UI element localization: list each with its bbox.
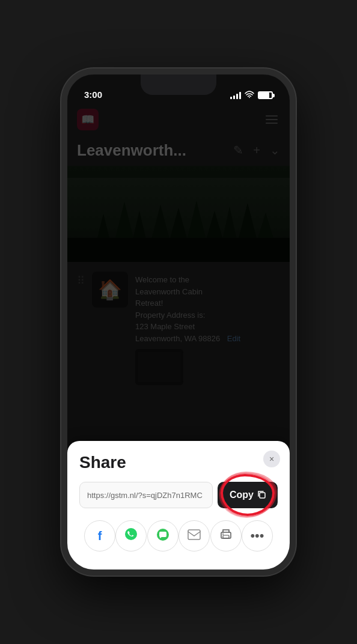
battery-icon: [258, 91, 273, 99]
close-button[interactable]: ×: [263, 451, 280, 467]
svg-point-22: [249, 97, 250, 99]
svg-point-16: [125, 528, 137, 540]
share-modal: × Share https://gstm.nl/?s=qjDZh7n1RMC C…: [67, 441, 290, 570]
status-time: 3:00: [84, 90, 102, 100]
url-copy-row: https://gstm.nl/?s=qjDZh7n1RMC Copy: [79, 482, 278, 508]
modal-title: Share: [79, 453, 278, 472]
mail-icon: [188, 528, 201, 544]
mail-share-button[interactable]: [178, 520, 210, 551]
wifi-icon: [245, 91, 254, 100]
copy-button-wrapper: Copy: [218, 482, 278, 508]
svg-rect-18: [188, 530, 200, 539]
more-icon: •••: [250, 528, 264, 544]
whatsapp-icon: [124, 527, 138, 544]
more-share-button[interactable]: •••: [242, 520, 273, 551]
share-icons-row: f: [79, 520, 278, 551]
facebook-icon: f: [98, 529, 102, 543]
phone-frame: 📖 Leavenworth... ✎ + ⌄: [61, 68, 296, 576]
print-icon: [219, 528, 233, 544]
copy-label: Copy: [230, 490, 254, 500]
share-modal-overlay: × Share https://gstm.nl/?s=qjDZh7n1RMC C…: [67, 74, 290, 570]
url-value: https://gstm.nl/?s=qjDZh7n1RMC: [87, 491, 203, 500]
message-icon: [156, 528, 169, 544]
whatsapp-share-button[interactable]: [115, 520, 147, 551]
svg-point-21: [222, 533, 224, 535]
status-icons: [230, 91, 273, 100]
app-content: 📖 Leavenworth... ✎ + ⌄: [67, 74, 290, 570]
copy-icon: [257, 490, 266, 500]
message-share-button[interactable]: [147, 520, 178, 551]
copy-button[interactable]: Copy: [218, 482, 278, 508]
signal-icon: [230, 92, 241, 99]
phone-notch: [141, 74, 216, 95]
facebook-share-button[interactable]: f: [84, 520, 115, 551]
print-share-button[interactable]: [210, 520, 242, 551]
svg-rect-15: [260, 493, 265, 498]
url-field: https://gstm.nl/?s=qjDZh7n1RMC: [79, 482, 213, 508]
close-icon: ×: [269, 454, 274, 464]
